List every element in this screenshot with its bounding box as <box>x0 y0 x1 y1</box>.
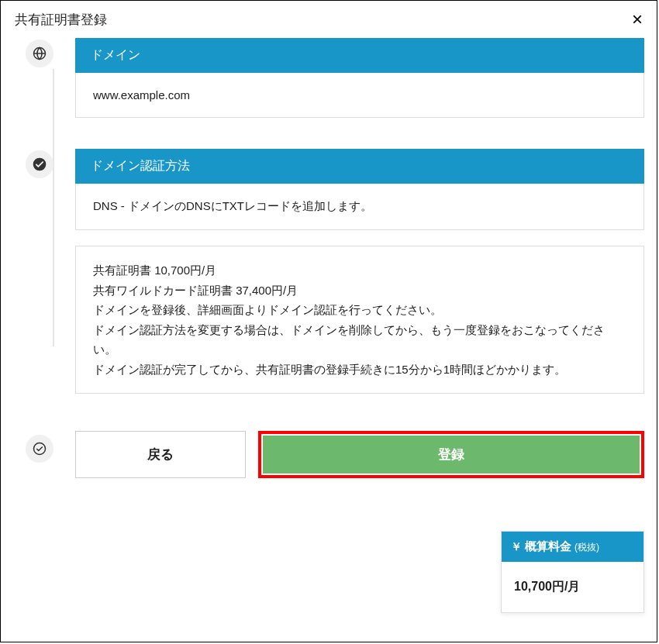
modal-title: 共有証明書登録 <box>15 11 107 29</box>
price-note: (税抜) <box>574 541 599 554</box>
domain-section-header: ドメイン <box>75 38 644 73</box>
step-actions: 戻る 登録 <box>75 431 644 478</box>
price-value: 10,700円/月 <box>502 562 643 612</box>
register-highlight: 登録 <box>258 431 644 478</box>
info-line: ドメインを登録後、詳細画面よりドメイン認証を行ってください。 <box>93 300 626 320</box>
back-button[interactable]: 戻る <box>75 431 246 478</box>
info-line: ドメイン認証が完了してから、共有証明書の登録手続きに15分から1時間ほどかかりま… <box>93 360 626 380</box>
info-line: ドメイン認証方法を変更する場合は、ドメインを削除してから、もう一度登録をおこなっ… <box>93 320 626 360</box>
check-outline-icon <box>26 435 53 463</box>
modal-header: 共有証明書登録 × <box>1 1 657 38</box>
auth-section-header: ドメイン認証方法 <box>75 149 644 184</box>
check-filled-icon <box>26 150 53 178</box>
info-box: 共有証明書 10,700円/月 共有ワイルドカード証明書 37,400円/月 ド… <box>75 246 644 394</box>
globe-icon <box>26 40 53 67</box>
auth-value: DNS - ドメインのDNSにTXTレコードを追加します。 <box>75 184 644 230</box>
timeline: ドメイン www.example.com ドメイン認証方法 DNS - ドメイン… <box>13 38 644 478</box>
step-domain: ドメイン www.example.com <box>75 38 644 118</box>
domain-value: www.example.com <box>75 73 644 118</box>
close-button[interactable]: × <box>632 10 643 29</box>
register-button[interactable]: 登録 <box>263 436 640 474</box>
price-card: ￥ 概算料金 (税抜) 10,700円/月 <box>501 531 644 613</box>
modal-container: 共有証明書登録 × ドメイン www.example.com <box>0 0 657 642</box>
info-line: 共有証明書 10,700円/月 <box>93 260 626 281</box>
price-label: 概算料金 <box>525 539 571 554</box>
yen-icon: ￥ <box>511 540 522 554</box>
modal-content: ドメイン www.example.com ドメイン認証方法 DNS - ドメイン… <box>1 38 657 491</box>
svg-point-2 <box>34 443 46 455</box>
info-line: 共有ワイルドカード証明書 37,400円/月 <box>93 281 626 301</box>
price-header: ￥ 概算料金 (税抜) <box>502 532 643 562</box>
step-auth: ドメイン認証方法 DNS - ドメインのDNSにTXTレコードを追加します。 共… <box>75 149 644 394</box>
